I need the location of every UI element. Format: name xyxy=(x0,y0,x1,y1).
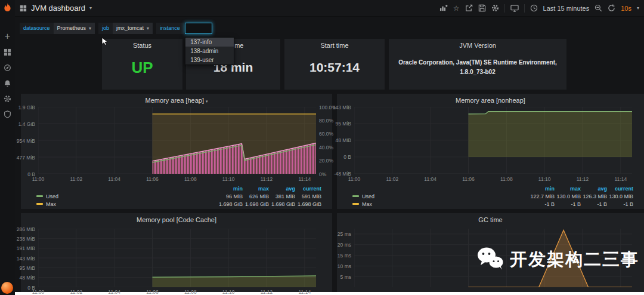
star-icon[interactable]: ☆ xyxy=(453,5,460,12)
save-icon[interactable] xyxy=(478,4,486,12)
divider xyxy=(524,4,525,13)
x-tick-label: 11:02 xyxy=(67,289,85,295)
dashboards-icon[interactable] xyxy=(0,47,15,57)
dropdown-option[interactable]: 138-admin xyxy=(185,47,234,56)
settings-gear-icon[interactable] xyxy=(491,4,499,12)
x-axis: 11:0011:0211:0411:0611:0811:1011:1211:14 xyxy=(38,176,316,183)
panel-memory-pool-code-cache: Memory pool [Code Cache] 286 MiB238 MiB1… xyxy=(21,213,332,295)
series-swatch xyxy=(352,203,359,205)
caret-down-icon[interactable]: ▾ xyxy=(637,5,639,11)
series-swatch xyxy=(36,195,43,197)
job-label: job xyxy=(98,23,113,34)
watermark: 开发架构二三事 xyxy=(476,247,639,273)
caret-down-icon[interactable]: ▾ xyxy=(206,99,208,103)
top-nav: JVM dashboard ▾ ☆ Last 15 minutes xyxy=(15,0,644,17)
x-tick-label: 11:02 xyxy=(383,176,401,182)
y-tick-label: 95 MiB xyxy=(20,265,35,271)
tv-mode-icon[interactable] xyxy=(510,4,519,12)
explore-icon[interactable] xyxy=(0,62,15,73)
x-tick-label: 11:10 xyxy=(219,289,237,295)
chart-legend: min max avg current Used 122.7 MiB 130.0… xyxy=(337,185,644,208)
var-job: job jmx_tomcat▾ xyxy=(98,23,153,34)
x-tick-label: 11:00 xyxy=(29,176,47,182)
chart-plot[interactable] xyxy=(38,107,316,174)
series-swatch xyxy=(36,203,43,205)
y-tick-label: 48 MiB xyxy=(20,275,35,281)
y-tick-label: 0 B xyxy=(343,154,351,160)
dropdown-option[interactable]: 137-info xyxy=(185,38,234,47)
x-tick-label: 11:08 xyxy=(497,176,515,182)
y-tick-label: 143 MiB xyxy=(17,256,35,262)
caret-down-icon[interactable]: ▾ xyxy=(89,5,92,11)
panel-title[interactable]: Memory pool [Code Cache] xyxy=(21,213,332,223)
panel-title[interactable]: Memory area [heap]▾ xyxy=(21,94,332,104)
wechat-icon xyxy=(476,247,504,273)
instance-input[interactable] xyxy=(185,23,212,34)
y-tick-label: 0% xyxy=(319,171,326,177)
mouse-cursor-icon xyxy=(101,37,109,48)
var-instance: instance 137-info 138-admin 139-user xyxy=(156,23,212,34)
avatar[interactable] xyxy=(1,282,13,294)
y-tick-label: 5 ms xyxy=(340,274,351,280)
divider xyxy=(504,4,505,13)
panel-status: Status UP xyxy=(102,39,182,90)
y-tick-label: 954 MiB xyxy=(17,138,35,144)
refresh-interval[interactable]: 10s xyxy=(621,5,631,12)
x-tick-label: 11:04 xyxy=(106,176,123,182)
instance-label: instance xyxy=(156,23,184,34)
x-tick-label: 11:02 xyxy=(67,176,85,182)
datasource-select[interactable]: Prometheus▾ xyxy=(54,23,95,34)
dashboard-title[interactable]: JVM dashboard xyxy=(31,4,85,13)
panel-title[interactable]: Start time xyxy=(284,39,385,49)
x-tick-label: 11:08 xyxy=(181,176,199,182)
dropdown-option[interactable]: 139-user xyxy=(185,56,234,64)
zoom-out-icon[interactable] xyxy=(595,4,602,12)
template-variables: datasource Prometheus▾ job jmx_tomcat▾ i… xyxy=(20,23,212,34)
alerting-bell-icon[interactable] xyxy=(0,78,15,88)
refresh-icon[interactable] xyxy=(608,4,615,12)
x-tick-label: 11:12 xyxy=(258,289,275,295)
panel-memory-area-nonheap: Memory area [nonheap] 143 MiB95 MiB48 Mi… xyxy=(337,94,644,209)
y-axis-left: 286 MiB238 MiB191 MiB143 MiB95 MiB48 MiB… xyxy=(21,229,37,287)
panel-title[interactable]: JVM Version xyxy=(389,39,566,49)
y-axis-right: 100.0%80.0%60.0%40.0%20.0%0% xyxy=(317,107,332,174)
x-tick-label: 11:10 xyxy=(219,176,237,182)
x-tick-label: 11:08 xyxy=(181,289,199,295)
grafana-logo[interactable] xyxy=(0,0,15,16)
y-tick-label: 95 MiB xyxy=(336,121,351,127)
share-icon[interactable] xyxy=(465,4,473,12)
instance-dropdown: 137-info 138-admin 139-user xyxy=(185,37,234,65)
x-tick-label: 11:04 xyxy=(422,176,439,182)
gear-icon[interactable] xyxy=(0,93,15,104)
x-tick-label: 11:14 xyxy=(612,176,630,182)
panel-title[interactable]: GC time xyxy=(337,213,644,223)
panel-title[interactable]: Status xyxy=(102,39,182,49)
time-range-label[interactable]: Last 15 minutes xyxy=(543,5,590,12)
x-tick-label: 11:14 xyxy=(296,176,314,182)
job-select[interactable]: jmx_tomcat▾ xyxy=(113,23,153,34)
create-icon[interactable]: + xyxy=(0,31,15,42)
x-tick-label: 11:12 xyxy=(574,176,592,182)
y-axis-left: 143 MiB95 MiB48 MiB0 B-48 MiB xyxy=(337,107,353,174)
chart-plot[interactable] xyxy=(354,107,632,174)
x-tick-label: 11:00 xyxy=(29,289,47,295)
sidebar: + xyxy=(0,0,15,295)
add-panel-icon[interactable] xyxy=(439,4,448,12)
y-tick-label: 143 MiB xyxy=(333,105,351,110)
clock-icon[interactable] xyxy=(530,4,538,12)
chart-plot[interactable] xyxy=(38,229,316,287)
panel-memory-area-heap: Memory area [heap]▾ 1.9 GiB1.4 GiB954 Mi… xyxy=(21,94,332,209)
datasource-label: datasource xyxy=(20,23,54,34)
legend-header: min max avg current xyxy=(21,185,332,192)
dashboard-grid-icon[interactable] xyxy=(20,5,27,12)
y-tick-label: 20.0% xyxy=(319,158,333,164)
status-value: UP xyxy=(102,59,182,77)
y-axis-left: 1.9 GiB1.4 GiB954 MiB477 MiB0 B xyxy=(21,107,37,174)
y-tick-label: 25 ms xyxy=(338,231,351,237)
watermark-text: 开发架构二三事 xyxy=(510,248,639,272)
panel-title[interactable]: Memory area [nonheap] xyxy=(337,94,644,104)
y-axis-left: 25 ms20 ms15 ms10 ms5 ms xyxy=(337,229,353,287)
y-tick-label: 80.0% xyxy=(319,118,333,124)
x-axis: 11:0011:0211:0411:0611:0811:1011:1211:14 xyxy=(354,176,632,183)
shield-icon[interactable] xyxy=(0,109,15,119)
